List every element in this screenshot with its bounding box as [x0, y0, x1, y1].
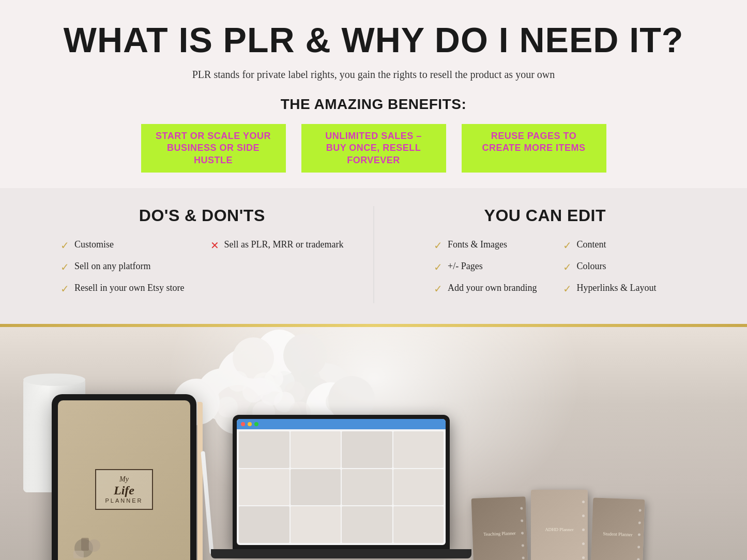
checkmark-icon-5: ✓: [434, 260, 443, 274]
spine-dot: [582, 515, 585, 517]
tablet-decoration: [68, 522, 110, 560]
tablet-planner-text: PLANNER: [105, 497, 143, 504]
checkmark-icon-4: ✓: [434, 239, 443, 253]
spine-dot: [637, 546, 640, 548]
edit-item-5: ✓ Colours: [563, 260, 657, 274]
svg-point-24: [300, 368, 321, 389]
laptop-cell-10: [291, 506, 341, 543]
you-can-edit-content: ✓ Fonts & Images ✓ +/- Pages ✓ Add your …: [385, 238, 706, 303]
tablet-life-text: Life: [105, 484, 143, 497]
planner-student: Student Planner: [591, 497, 645, 560]
checkmark-icon-1: ✓: [60, 239, 69, 253]
laptop-cell-9: [239, 506, 289, 543]
benefits-title: THE AMAZING BENEFITS:: [41, 96, 706, 113]
laptop-screen-frame: [233, 415, 450, 549]
planner-3-label: Student Planner: [600, 528, 635, 541]
svg-point-34: [23, 374, 85, 386]
laptop-cell-7: [342, 469, 392, 506]
dos-donts-content: ✓ Customise ✓ Sell on any platform ✓ Res…: [41, 238, 363, 303]
planner-1-spine: [520, 502, 525, 560]
section-divider: [373, 206, 374, 303]
benefit-badge-3: REUSE PAGES TO CREATE MORE ITEMS: [462, 124, 606, 173]
spine-dot: [521, 532, 524, 534]
checkmark-icon-2: ✓: [60, 260, 69, 274]
spine-dot: [637, 558, 639, 560]
laptop-cell-2: [291, 431, 341, 468]
top-section: WHAT IS PLR & WHY DO I NEED IT? PLR stan…: [0, 0, 747, 188]
laptop-dot-yellow: [248, 422, 252, 426]
donts-list: ✕ Sell as PLR, MRR or trademark: [210, 238, 344, 303]
checkmark-icon-9: ✓: [563, 282, 572, 296]
benefit-badge-2: UNLIMITED SALES – BUY ONCE, RESELL FORVE…: [301, 124, 446, 173]
svg-point-36: [88, 539, 100, 552]
svg-rect-38: [73, 551, 84, 558]
benefits-grid: START OR SCALE YOUR BUSINESS OR SIDE HUS…: [41, 124, 706, 173]
spine-dot: [522, 544, 524, 547]
planner-1-label: Teaching Planner: [481, 527, 519, 540]
laptop-mockup: [233, 415, 450, 560]
planner-2-label: ADHD Planner: [542, 524, 576, 536]
spine-dot: [639, 509, 642, 512]
small-planners-group: Teaching Planner ADHD Planner Student Pl…: [472, 490, 644, 560]
edit-col1-list: ✓ Fonts & Images ✓ +/- Pages ✓ Add your …: [434, 238, 537, 303]
laptop-cell-8: [393, 469, 444, 506]
laptop-cell-12: [393, 506, 444, 543]
edit-item-2: ✓ +/- Pages: [434, 260, 537, 274]
laptop-cell-3: [342, 431, 392, 468]
middle-section: DO'S & DON'TS ✓ Customise ✓ Sell on any …: [0, 188, 747, 324]
planner-teaching: Teaching Planner: [471, 496, 528, 560]
spine-dot: [582, 501, 585, 503]
spine-dot: [582, 556, 585, 559]
checkmark-icon-3: ✓: [60, 282, 69, 296]
dont-item-1: ✕ Sell as PLR, MRR or trademark: [210, 238, 344, 253]
spine-dot: [582, 528, 585, 531]
laptop-cell-11: [342, 506, 392, 543]
you-can-edit-section: YOU CAN EDIT ✓ Fonts & Images ✓ +/- Page…: [385, 206, 706, 303]
spine-dot: [520, 507, 523, 509]
dos-donts-section: DO'S & DON'TS ✓ Customise ✓ Sell on any …: [41, 206, 363, 303]
cross-icon-1: ✕: [210, 239, 219, 253]
checkmark-icon-8: ✓: [563, 260, 572, 274]
checkmark-icon-7: ✓: [563, 239, 572, 253]
planner-2-spine: [582, 495, 585, 560]
tablet-my-text: My: [105, 475, 143, 484]
laptop-cell-1: [239, 431, 289, 468]
laptop-cell-4: [393, 431, 444, 468]
tablet-frame: My Life PLANNER: [52, 394, 196, 560]
main-title: WHAT IS PLR & WHY DO I NEED IT?: [41, 21, 706, 59]
dos-list: ✓ Customise ✓ Sell on any platform ✓ Res…: [60, 238, 184, 303]
subtitle: PLR stands for private label rights, you…: [41, 69, 706, 81]
planner-adhd: ADHD Planner: [531, 490, 588, 560]
laptop-base: [211, 549, 471, 558]
laptop-dot-red: [241, 422, 245, 426]
do-item-3: ✓ Resell in your own Etsy store: [60, 282, 184, 296]
laptop-dot-green: [254, 422, 258, 426]
svg-point-29: [326, 392, 346, 412]
benefit-badge-1: START OR SCALE YOUR BUSINESS OR SIDE HUS…: [141, 124, 286, 173]
laptop-cell-5: [239, 469, 289, 506]
edit-item-3: ✓ Add your own branding: [434, 282, 537, 296]
edit-item-6: ✓ Hyperlinks & Layout: [563, 282, 657, 296]
do-item-1: ✓ Customise: [60, 238, 184, 253]
tablet-screen: My Life PLANNER: [58, 400, 190, 560]
laptop-screen-bar: [237, 419, 446, 429]
bottom-section: My Life PLANNER: [0, 327, 747, 560]
svg-point-28: [217, 397, 238, 417]
do-item-2: ✓ Sell on any platform: [60, 260, 184, 274]
checkmark-icon-6: ✓: [434, 282, 443, 296]
svg-rect-37: [81, 538, 89, 551]
planner-3-spine: [637, 504, 642, 560]
spine-dot: [521, 519, 523, 522]
spine-dot: [638, 521, 641, 524]
svg-point-25: [227, 371, 248, 392]
tablet-mockup: My Life PLANNER: [52, 394, 196, 560]
tablet-spine: [197, 402, 203, 560]
edit-item-4: ✓ Content: [563, 238, 657, 253]
spine-dot: [522, 556, 525, 559]
spine-dot: [638, 534, 641, 536]
laptop-content-grid: [237, 429, 446, 545]
dos-donts-heading: DO'S & DON'TS: [41, 206, 363, 225]
you-can-edit-heading: YOU CAN EDIT: [385, 206, 706, 225]
laptop-screen: [237, 419, 446, 545]
edit-col2-list: ✓ Content ✓ Colours ✓ Hyperlinks & Layou…: [563, 238, 657, 303]
